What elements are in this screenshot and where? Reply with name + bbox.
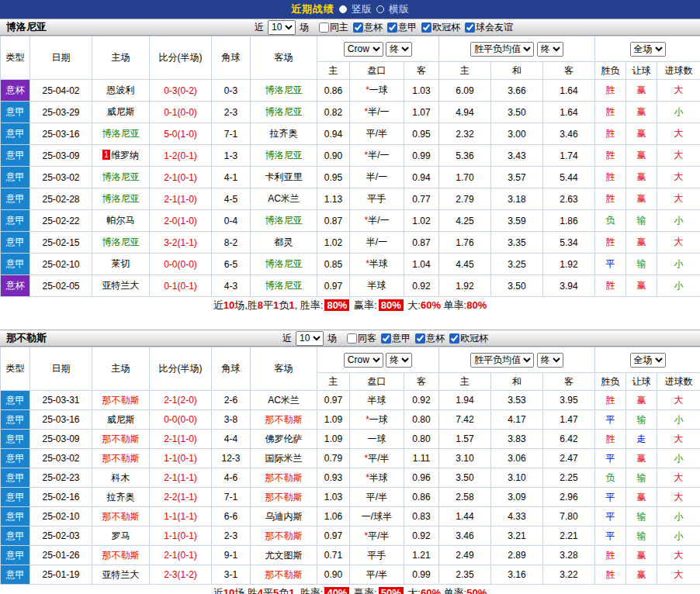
europe-stage-select[interactable]: 终 [537,353,563,368]
team-link[interactable]: 那不勒斯 [102,511,140,522]
cell-away: 博洛尼亚 [251,210,317,232]
odds-stage-select[interactable]: 终 [386,353,412,368]
team-link[interactable]: 博洛尼亚 [102,193,140,204]
scope-select[interactable]: 全场 [630,353,666,368]
cell-away: 尤文图斯 [251,546,317,565]
europe-source-select[interactable]: 胜平负均值 [470,353,534,368]
team-link[interactable]: 卡利亚里 [265,171,303,182]
filter-意杯[interactable]: 意杯 [415,332,445,345]
team-link[interactable]: 那不勒斯 [265,492,303,502]
cell-euro-home: 3.10 [439,449,491,468]
cell-league: 意甲 [1,449,30,468]
team-link[interactable]: 那不勒斯 [102,453,140,464]
filter-意甲[interactable]: 意甲 [387,21,417,34]
team-link[interactable]: 那不勒斯 [102,395,140,406]
cell-euro-draw: 3.09 [491,488,543,507]
match-row: 意甲25-01-26那不勒斯2-1(0-1)9-1尤文图斯0.71平手1.212… [1,546,700,565]
summary-part: 赢率: [351,587,376,594]
view-option-horizontal[interactable]: 横版 [389,2,409,16]
team-link[interactable]: 科木 [112,472,130,483]
team-link[interactable]: 莱切 [112,258,130,269]
team-link[interactable]: 博洛尼亚 [265,150,303,161]
cell-handicap-result: 输 [626,507,657,527]
team-link[interactable]: 帕尔马 [107,215,135,226]
cell-odds-away: 0.80 [404,430,439,449]
cell-date: 25-02-22 [30,210,92,232]
team-link[interactable]: 维罗纳 [111,150,139,161]
odds-stage-select[interactable]: 终 [386,42,412,57]
odds-source-select[interactable]: Crow [344,42,383,57]
cell-home: 博洛尼亚 [92,188,150,210]
team-link[interactable]: 那不勒斯 [102,550,140,561]
cell-odds-home: 0.95 [317,167,350,188]
match-row: 意甲25-02-16拉齐奥2-2(1-1)7-1那不勒斯1.03平/半0.862… [1,488,700,507]
filter-checkboxes: 同客意甲意杯欧冠杯 [347,332,491,345]
team-link[interactable]: 恩波利 [107,85,135,95]
checkbox-球会友谊[interactable] [465,22,475,33]
team-link[interactable]: 佛罗伦萨 [265,433,303,444]
team-link[interactable]: 博洛尼亚 [265,85,303,95]
team-link[interactable]: 那不勒斯 [265,530,303,541]
recent-count-select[interactable]: 10 [296,331,324,346]
checkbox-同客[interactable] [347,333,357,344]
checkbox-欧冠杯[interactable] [421,22,431,33]
checkbox-意甲[interactable] [381,333,391,344]
cell-corner: 2-6 [212,391,251,410]
checkbox-意杯[interactable] [415,333,425,344]
cell-euro-away: 1.64 [543,80,595,102]
radio-vertical-selected-icon[interactable] [339,5,347,13]
filter-同主[interactable]: 同主 [319,21,348,34]
team-link[interactable]: 博洛尼亚 [265,215,303,226]
cell-handicap: 平/半 [350,488,404,507]
team-link[interactable]: 博洛尼亚 [265,280,303,291]
team-link[interactable]: 尤文图斯 [265,550,303,561]
team-link[interactable]: 那不勒斯 [265,569,303,580]
team-link[interactable]: 威尼斯 [107,414,135,425]
team-link[interactable]: AC米兰 [268,193,300,204]
filter-意甲[interactable]: 意甲 [381,332,411,345]
team-link[interactable]: 博洛尼亚 [102,128,140,139]
cell-league: 意甲 [1,102,30,123]
recent-count-select[interactable]: 10 [268,20,296,35]
radio-horizontal-icon[interactable] [376,5,384,13]
europe-source-select[interactable]: 胜平负均值 [470,42,534,57]
team-link[interactable]: 拉齐奥 [270,128,298,139]
filter-球会友谊[interactable]: 球会友谊 [465,21,513,34]
cell-outcome: 胜 [595,123,626,145]
team-link[interactable]: 国际米兰 [265,453,303,464]
filter-同客[interactable]: 同客 [347,332,376,345]
team-link[interactable]: 亚特兰大 [102,569,140,580]
europe-stage-select[interactable]: 终 [537,42,563,57]
team-link[interactable]: 乌迪内斯 [265,511,303,522]
team-link[interactable]: 都灵 [275,237,293,247]
team-link[interactable]: 罗马 [112,530,130,541]
col-away: 客场 [251,347,317,391]
team-link[interactable]: 亚特兰大 [102,280,140,291]
team-link[interactable]: 那不勒斯 [102,433,140,444]
checkbox-同主[interactable] [319,22,329,33]
filter-意杯[interactable]: 意杯 [353,21,383,34]
team-link[interactable]: 博洛尼亚 [102,237,140,247]
team-link[interactable]: 博洛尼亚 [265,106,303,117]
cell-outcome: 胜 [595,546,626,565]
team-link[interactable]: AC米兰 [268,395,300,406]
view-option-vertical[interactable]: 竖版 [352,2,372,16]
team-link[interactable]: 拉齐奥 [107,492,135,502]
odds-source-select[interactable]: Crow [344,353,383,368]
cell-outcome: 负 [595,210,626,232]
team-link[interactable]: 威尼斯 [107,106,135,117]
scope-select[interactable]: 全场 [630,42,666,57]
checkbox-意甲[interactable] [387,22,397,33]
checkbox-欧冠杯[interactable] [449,333,459,344]
team-link[interactable]: 那不勒斯 [265,472,303,483]
cell-odds-home: 1.02 [317,232,350,254]
handicap-text: 半/一 [366,237,387,247]
filter-欧冠杯[interactable]: 欧冠杯 [449,332,488,345]
team-link[interactable]: 博洛尼亚 [265,258,303,269]
team-link[interactable]: 那不勒斯 [265,414,303,425]
team-link[interactable]: 博洛尼亚 [102,171,140,182]
cell-league: 意甲 [1,488,30,507]
checkbox-意杯[interactable] [353,22,363,33]
handicap-text: 一球 [368,433,386,444]
filter-欧冠杯[interactable]: 欧冠杯 [421,21,460,34]
